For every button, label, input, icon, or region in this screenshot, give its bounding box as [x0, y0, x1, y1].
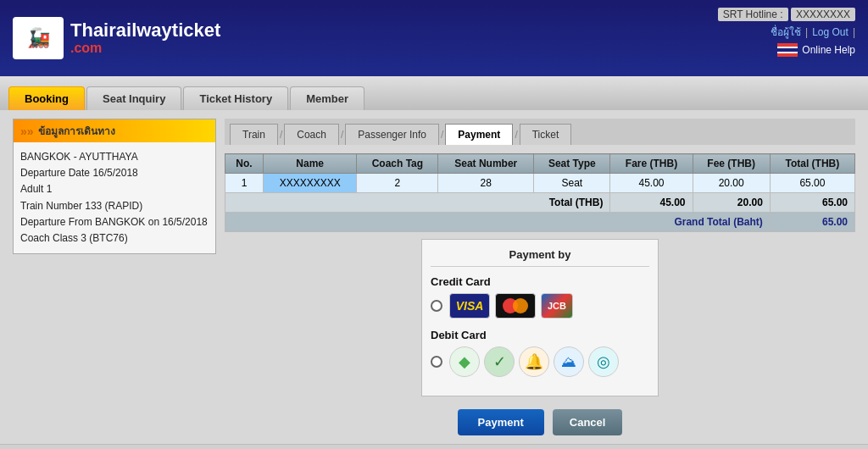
col-name: Name — [264, 154, 357, 174]
tab-member[interactable]: Member — [290, 86, 364, 110]
tab-booking[interactable]: Booking — [8, 86, 85, 110]
srt-hotline: SRT Hotline : XXXXXXXX — [718, 8, 855, 20]
debit-icon-4: ⛰ — [554, 346, 584, 377]
logo-text: Thairailwayticket .com — [70, 20, 220, 56]
thai-flag-icon — [777, 43, 798, 57]
site-tld: .com — [70, 41, 220, 56]
bottom-buttons: Payment Cancel — [225, 409, 855, 435]
step-payment[interactable]: Payment — [445, 124, 513, 145]
total-fare: 45.00 — [610, 193, 693, 213]
step-train[interactable]: Train — [230, 124, 278, 145]
link-separator2: | — [853, 26, 855, 38]
grand-total-label: Grand Total (Baht) — [225, 213, 771, 232]
cell-coach-tag: 2 — [357, 174, 438, 193]
info-line-2: Departure Date 16/5/2018 — [20, 165, 209, 181]
cell-name: XXXXXXXXX — [264, 174, 357, 193]
site-name: Thairailwayticket — [70, 20, 220, 41]
jcb-icon: JCB — [541, 293, 573, 319]
debit-card-icons: ◆ ✓ 🔔 ⛰ ◎ — [449, 346, 619, 377]
logo-area: 🚂 Thairailwayticket .com — [13, 17, 220, 59]
cell-no: 1 — [225, 174, 264, 193]
step-sep-4: / — [513, 129, 519, 141]
step-passenger-info[interactable]: Passenger Info — [345, 124, 439, 145]
credit-card-radio[interactable] — [431, 300, 442, 312]
payment-section: Payment by Credit Card VISA JCB Debit Ca… — [421, 239, 659, 396]
col-no: No. — [225, 154, 264, 174]
cell-fare: 45.00 — [610, 174, 693, 193]
step-ticket[interactable]: Ticket — [520, 124, 572, 145]
debit-icon-5: ◎ — [588, 346, 619, 377]
cell-total: 65.00 — [770, 174, 854, 193]
credit-card-row: VISA JCB — [431, 293, 649, 319]
info-box-header: »» ข้อมูลการเดินทาง — [14, 119, 215, 142]
tab-seat-inquiry[interactable]: Seat Inquiry — [86, 86, 181, 110]
left-panel: »» ข้อมูลการเดินทาง BANGKOK - AYUTTHAYA … — [13, 119, 216, 435]
total-row: Total (THB) 45.00 20.00 65.00 — [225, 193, 855, 213]
header: 🚂 Thairailwayticket .com SRT Hotline : X… — [0, 0, 868, 76]
online-help-label[interactable]: Online Help — [802, 44, 855, 56]
step-coach[interactable]: Coach — [284, 124, 339, 145]
debit-icon-3: 🔔 — [519, 346, 549, 377]
header-links: ชื่อผู้ใช้ | Log Out | — [718, 24, 855, 40]
info-body: BANGKOK - AYUTTHAYA Departure Date 16/5/… — [14, 142, 215, 253]
footer: Best viewed with Microsoft Internet Expl… — [0, 444, 868, 449]
col-fare: Fare (THB) — [610, 154, 693, 174]
cancel-button[interactable]: Cancel — [553, 409, 623, 435]
debit-icon-1: ◆ — [449, 346, 480, 377]
header-right: SRT Hotline : XXXXXXXX ชื่อผู้ใช้ | Log … — [718, 8, 855, 57]
visa-icon: VISA — [449, 293, 490, 319]
credit-card-label: Credit Card — [431, 275, 649, 288]
srt-hotline-label: SRT Hotline : — [718, 8, 788, 21]
nav-bar: Booking Seat Inquiry Ticket History Memb… — [0, 76, 868, 110]
info-arrows-icon: »» — [20, 125, 34, 138]
mastercard-icon — [495, 293, 536, 319]
online-help-area: Online Help — [718, 43, 855, 57]
debit-card-row: ◆ ✓ 🔔 ⛰ ◎ — [431, 346, 649, 377]
col-total: Total (THB) — [770, 154, 854, 174]
info-line-1: BANGKOK - AYUTTHAYA — [20, 149, 209, 165]
total-fee: 20.00 — [693, 193, 770, 213]
col-seat-type: Seat Type — [534, 154, 610, 174]
debit-card-label: Debit Card — [431, 329, 649, 341]
user-link[interactable]: ชื่อผู้ใช้ — [771, 24, 801, 40]
total-label: Total (THB) — [225, 193, 610, 213]
table-row: 1 XXXXXXXXX 2 28 Seat 45.00 20.00 65.00 — [225, 174, 855, 193]
steps-tabs: Train / Coach / Passenger Info / Payment… — [225, 119, 855, 145]
total-amount: 65.00 — [770, 193, 854, 213]
info-line-5: Departure From BANGKOK on 16/5/2018 — [20, 214, 209, 230]
info-line-6: Coach Class 3 (BTC76) — [20, 230, 209, 247]
grand-total-row: Grand Total (Baht) 65.00 — [225, 213, 855, 232]
mc-right — [513, 298, 528, 313]
right-panel: Train / Coach / Passenger Info / Payment… — [225, 119, 855, 435]
cell-seat-number: 28 — [438, 174, 534, 193]
tab-ticket-history[interactable]: Ticket History — [183, 86, 288, 110]
debit-card-radio[interactable] — [431, 356, 442, 368]
booking-table: No. Name Coach Tag Seat Number Seat Type… — [225, 153, 855, 232]
link-separator: | — [805, 26, 808, 38]
info-line-4: Train Number 133 (RAPID) — [20, 198, 209, 214]
grand-total-amount: 65.00 — [770, 213, 854, 232]
step-sep-2: / — [339, 129, 345, 141]
cell-fee: 20.00 — [693, 174, 770, 193]
main-content: »» ข้อมูลการเดินทาง BANGKOK - AYUTTHAYA … — [0, 110, 868, 444]
payment-button[interactable]: Payment — [458, 409, 544, 435]
step-sep-1: / — [278, 129, 284, 141]
payment-title: Payment by — [431, 248, 649, 267]
col-seat-number: Seat Number — [438, 154, 534, 174]
step-sep-3: / — [439, 129, 445, 141]
srt-hotline-number: XXXXXXXX — [791, 8, 855, 21]
credit-card-icons: VISA JCB — [449, 293, 573, 319]
col-coach-tag: Coach Tag — [357, 154, 438, 174]
info-title: ข้อมูลการเดินทาง — [38, 123, 115, 139]
col-fee: Fee (THB) — [693, 154, 770, 174]
logo-train-icon: 🚂 — [13, 17, 64, 59]
debit-icon-2: ✓ — [484, 346, 515, 377]
info-line-3: Adult 1 — [20, 181, 209, 197]
logout-link[interactable]: Log Out — [812, 26, 849, 38]
cell-seat-type: Seat — [534, 174, 610, 193]
info-box: »» ข้อมูลการเดินทาง BANGKOK - AYUTTHAYA … — [13, 119, 216, 254]
